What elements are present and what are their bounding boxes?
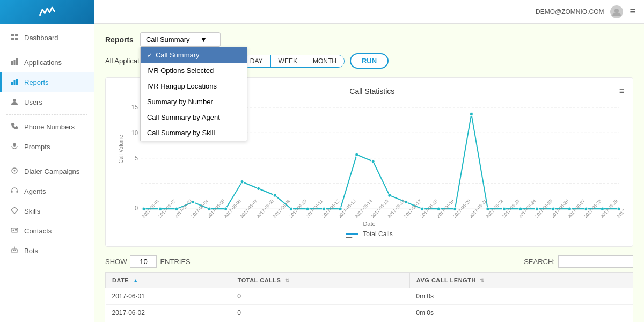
reports-section-label: Reports xyxy=(105,35,134,44)
selected-report-label: Call Summary xyxy=(146,35,190,43)
x-axis-label: Date xyxy=(114,221,624,227)
col-total-calls[interactable]: TOTAL CALLS ⇅ xyxy=(231,273,409,288)
svg-text:2017-06-08: 2017-06-08 xyxy=(255,198,275,219)
svg-rect-22 xyxy=(12,249,17,253)
sidebar-item-dashboard[interactable]: Dashboard xyxy=(0,28,94,48)
svg-point-10 xyxy=(13,99,16,102)
cell-avg-call-length: 0m 0s xyxy=(409,288,633,305)
content-area: Reports Call Summary ▼ ✓ Call Summary IV… xyxy=(94,24,644,322)
chart-menu-icon[interactable]: ≡ xyxy=(619,86,624,96)
id-card-icon xyxy=(10,226,19,236)
svg-rect-5 xyxy=(14,60,16,65)
user-email: DEMO@ZOMNIO.COM xyxy=(536,8,604,16)
bar-chart-icon xyxy=(10,78,19,87)
report-type-dropdown[interactable]: Call Summary ▼ xyxy=(140,32,221,47)
search-input[interactable] xyxy=(558,255,633,268)
hamburger-menu-icon[interactable]: ≡ xyxy=(630,6,635,17)
svg-point-14 xyxy=(14,170,16,172)
run-button[interactable]: RUN xyxy=(350,53,389,69)
search-label: SEARCH: xyxy=(524,258,555,266)
sidebar-item-label: Bots xyxy=(24,247,38,255)
legend-total-calls: Total Calls xyxy=(363,230,392,238)
sidebar-item-label: Applications xyxy=(24,58,62,67)
entries-input[interactable]: 10 xyxy=(130,255,157,268)
sidebar: Dashboard Applications Reports Users xyxy=(0,0,94,322)
sidebar-item-label: Reports xyxy=(24,78,49,86)
sidebar-item-label: Dashboard xyxy=(24,34,58,42)
grid-icon xyxy=(10,33,19,42)
phone-icon xyxy=(10,122,19,131)
table-row: 2017-06-01 0 0m 0s xyxy=(106,288,633,305)
table-controls: SHOW 10 ENTRIES SEARCH: xyxy=(105,255,633,268)
cell-date: 2017-06-01 xyxy=(106,288,231,305)
svg-rect-3 xyxy=(15,38,18,40)
svg-rect-6 xyxy=(16,58,18,65)
svg-rect-7 xyxy=(11,82,13,85)
col-date[interactable]: DATE ▲ xyxy=(106,273,231,288)
dropdown-item-ivr-hangup[interactable]: IVR Hangup Locations xyxy=(141,78,247,94)
sidebar-item-reports[interactable]: Reports xyxy=(0,72,94,92)
sidebar-item-label: Users xyxy=(24,98,42,106)
dropdown-item-call-summary[interactable]: ✓ Call Summary xyxy=(141,47,247,63)
show-label: SHOW xyxy=(105,258,127,266)
week-button[interactable]: WEEK xyxy=(271,55,305,67)
report-type-menu: ✓ Call Summary IVR Options Selected IVR … xyxy=(140,47,247,141)
sort-up-icon: ▲ xyxy=(133,277,138,283)
avatar xyxy=(610,5,623,18)
checkmark-icon: ✓ xyxy=(147,52,152,59)
cell-total-calls: 0 xyxy=(231,288,409,305)
sidebar-item-applications[interactable]: Applications xyxy=(0,53,94,72)
svg-text:5: 5 xyxy=(135,155,138,162)
cell-total-calls: 0 xyxy=(231,305,409,321)
dial-icon xyxy=(10,167,19,176)
table-row: 2017-06-02 0 0m 0s xyxy=(106,305,633,321)
svg-rect-4 xyxy=(11,61,13,65)
svg-rect-1 xyxy=(15,34,18,36)
reports-row: Reports Call Summary ▼ ✓ Call Summary IV… xyxy=(105,32,633,47)
svg-rect-24 xyxy=(15,250,16,251)
dropdown-arrow-icon: ▼ xyxy=(200,35,207,43)
sidebar-item-label: Skills xyxy=(24,207,40,215)
sidebar-item-skills[interactable]: Skills xyxy=(0,201,94,221)
chart-legend: — Total Calls xyxy=(114,230,624,238)
svg-point-60 xyxy=(470,112,473,116)
dropdown-item-summary-agent[interactable]: Call Summary by Agent xyxy=(141,109,247,125)
sidebar-item-prompts[interactable]: Prompts xyxy=(0,137,94,157)
sidebar-item-bots[interactable]: Bots xyxy=(0,241,94,261)
svg-point-46 xyxy=(240,180,244,184)
svg-rect-16 xyxy=(17,191,18,193)
dropdown-item-summary-skill[interactable]: Call Summary by Skill xyxy=(141,125,247,141)
svg-point-47 xyxy=(257,187,260,191)
svg-text:2017-06-21: 2017-06-21 xyxy=(469,198,488,219)
svg-point-29 xyxy=(614,9,619,13)
search-row: SEARCH: xyxy=(524,255,633,268)
header: DEMO@ZOMNIO.COM ≡ xyxy=(94,0,644,24)
sidebar-item-label: Phone Numbers xyxy=(24,123,75,131)
sidebar-item-contacts[interactable]: Contacts xyxy=(0,221,94,241)
col-avg-call-length[interactable]: AVG CALL LENGTH ⇅ xyxy=(409,273,633,288)
svg-rect-15 xyxy=(11,191,13,193)
sidebar-item-users[interactable]: Users xyxy=(0,92,94,112)
report-type-dropdown-wrapper: Call Summary ▼ ✓ Call Summary IVR Option… xyxy=(140,32,221,47)
sidebar-item-label: Agents xyxy=(24,187,46,195)
month-button[interactable]: MONTH xyxy=(305,55,344,67)
mic-icon xyxy=(10,142,19,151)
cell-avg-call-length: 0m 0s xyxy=(409,305,633,321)
robot-icon xyxy=(10,246,19,255)
y-axis-label: Call Volume xyxy=(118,135,124,163)
dropdown-item-summary-number[interactable]: Summary by Number xyxy=(141,94,247,109)
sidebar-item-label: Dialer Campaigns xyxy=(24,167,79,175)
svg-point-55 xyxy=(388,194,391,197)
sidebar-item-agents[interactable]: Agents xyxy=(0,181,94,201)
user-icon xyxy=(10,98,19,107)
svg-rect-0 xyxy=(11,34,14,36)
svg-text:2017-06-07: 2017-06-07 xyxy=(239,198,259,219)
svg-point-53 xyxy=(355,153,358,157)
dropdown-item-ivr-options[interactable]: IVR Options Selected xyxy=(141,63,247,78)
sidebar-item-phone-numbers[interactable]: Phone Numbers xyxy=(0,117,94,137)
svg-point-19 xyxy=(13,230,14,231)
data-table: DATE ▲ TOTAL CALLS ⇅ AVG CALL LENGTH ⇅ 2… xyxy=(105,272,633,322)
time-range-buttons: DAY WEEK MONTH xyxy=(242,55,345,68)
sidebar-item-dialer-campaigns[interactable]: Dialer Campaigns xyxy=(0,162,94,181)
sidebar-item-label: Prompts xyxy=(24,143,50,151)
